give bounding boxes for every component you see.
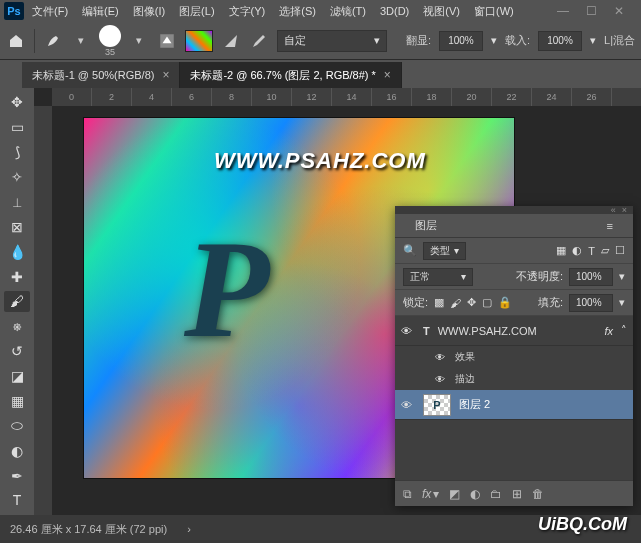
layer-item[interactable]: 👁 P 图层 2 xyxy=(395,390,633,420)
layer-item[interactable]: 👁 T WWW.PSAHZ.COM fx ˄ xyxy=(395,316,633,346)
opacity-value[interactable]: 100% xyxy=(439,31,483,51)
search-icon[interactable]: 🔍 xyxy=(403,244,417,257)
pattern-swatch[interactable] xyxy=(185,30,213,52)
dropdown-icon[interactable]: ▾ xyxy=(71,31,91,51)
filter-smart-icon[interactable]: ☐ xyxy=(615,244,625,257)
filter-shape-icon[interactable]: ▱ xyxy=(601,244,609,257)
menu-image[interactable]: 图像(I) xyxy=(127,2,171,21)
lock-artboard-icon[interactable]: ▢ xyxy=(482,296,492,309)
panel-grip[interactable]: «× xyxy=(395,206,633,214)
document-tab[interactable]: 未标题-1 @ 50%(RGB/8)× xyxy=(22,62,180,88)
credit-watermark: UiBQ.CoM xyxy=(538,514,627,535)
opacity-label: 不透明度: xyxy=(516,269,563,284)
menu-filter[interactable]: 滤镜(T) xyxy=(324,2,372,21)
smoothing-label: L|混合 xyxy=(604,33,635,48)
layer-fill-value[interactable]: 100% xyxy=(569,294,613,312)
blend-mode-select[interactable]: 正常▾ xyxy=(403,268,473,286)
new-layer-icon[interactable]: ⊞ xyxy=(512,487,522,501)
blend-row: 正常▾ 不透明度: 100% ▾ xyxy=(395,264,633,290)
lock-transparency-icon[interactable]: ▩ xyxy=(434,296,444,309)
dropdown-icon[interactable]: ▾ xyxy=(619,270,625,283)
brush-tool[interactable]: 🖌 xyxy=(4,291,30,312)
menu-type[interactable]: 文字(Y) xyxy=(223,2,272,21)
gradient-tool[interactable]: ▦ xyxy=(4,391,30,412)
menu-file[interactable]: 文件(F) xyxy=(26,2,74,21)
lock-position-icon[interactable]: ✥ xyxy=(467,296,476,309)
visibility-icon[interactable]: 👁 xyxy=(401,325,415,337)
layer-effect-stroke[interactable]: 👁描边 xyxy=(395,368,633,390)
chevron-icon[interactable]: ˄ xyxy=(621,324,627,337)
fx-badge[interactable]: fx xyxy=(604,325,613,337)
delete-icon[interactable]: 🗑 xyxy=(532,487,544,501)
fill-label: 填充: xyxy=(538,295,563,310)
eyedropper-tool[interactable]: 💧 xyxy=(4,241,30,262)
lock-label: 锁定: xyxy=(403,295,428,310)
airbrush-icon[interactable] xyxy=(249,31,269,51)
frame-tool[interactable]: ⊠ xyxy=(4,216,30,237)
menu-select[interactable]: 选择(S) xyxy=(273,2,322,21)
brush-settings-icon[interactable] xyxy=(157,31,177,51)
home-icon[interactable] xyxy=(6,31,26,51)
brush-preset-icon[interactable] xyxy=(43,31,63,51)
canvas-letter: P xyxy=(184,208,270,369)
magic-wand-tool[interactable]: ✧ xyxy=(4,167,30,188)
blur-tool[interactable]: ⬭ xyxy=(4,415,30,436)
lock-pixels-icon[interactable]: 🖌 xyxy=(450,297,461,309)
dropdown-icon[interactable]: ▾ xyxy=(129,31,149,51)
close-button[interactable]: ✕ xyxy=(609,4,629,18)
move-tool[interactable]: ✥ xyxy=(4,92,30,113)
close-icon[interactable]: × xyxy=(162,68,169,82)
panel-menu-icon[interactable]: ≡ xyxy=(597,216,623,236)
history-brush-tool[interactable]: ↺ xyxy=(4,341,30,362)
menu-window[interactable]: 窗口(W) xyxy=(468,2,520,21)
dropdown-icon[interactable]: ▾ xyxy=(619,296,625,309)
maximize-button[interactable]: ☐ xyxy=(581,4,601,18)
layer-effects-group[interactable]: 👁效果 xyxy=(395,346,633,368)
layer-name: 图层 2 xyxy=(459,397,490,412)
layer-filter-row: 🔍 类型 ▾ ▦ ◐ T ▱ ☐ xyxy=(395,238,633,264)
minimize-button[interactable]: — xyxy=(553,4,573,18)
lasso-tool[interactable]: ⟆ xyxy=(4,142,30,163)
layer-name: WWW.PSAHZ.COM xyxy=(438,325,537,337)
lock-all-icon[interactable]: 🔒 xyxy=(498,296,512,309)
pressure-opacity-icon[interactable] xyxy=(221,31,241,51)
dodge-tool[interactable]: ◐ xyxy=(4,440,30,461)
document-tab[interactable]: 未标题-2 @ 66.7% (图层 2, RGB/8#) *× xyxy=(180,62,401,88)
document-tabs: 未标题-1 @ 50%(RGB/8)× 未标题-2 @ 66.7% (图层 2,… xyxy=(0,60,641,88)
menu-3d[interactable]: 3D(D) xyxy=(374,3,415,19)
eraser-tool[interactable]: ◪ xyxy=(4,366,30,387)
filter-pixel-icon[interactable]: ▦ xyxy=(556,244,566,257)
visibility-icon[interactable]: 👁 xyxy=(401,399,415,411)
type-tool[interactable]: T xyxy=(4,490,30,511)
adjustment-icon[interactable]: ◐ xyxy=(470,487,480,501)
flow-dropdown-icon[interactable]: ▾ xyxy=(590,34,596,47)
brush-size-preview[interactable]: 35 xyxy=(99,25,121,57)
layers-tab[interactable]: 图层≡ xyxy=(395,214,633,238)
menu-view[interactable]: 视图(V) xyxy=(417,2,466,21)
opacity-dropdown-icon[interactable]: ▾ xyxy=(491,34,497,47)
status-caret-icon[interactable]: › xyxy=(187,523,191,535)
filter-type-icon[interactable]: T xyxy=(588,245,595,257)
layer-opacity-value[interactable]: 100% xyxy=(569,268,613,286)
flow-label: 载入: xyxy=(505,33,530,48)
fx-icon[interactable]: fx xyxy=(422,487,431,501)
layers-footer: ⧉ fx ▾ ◩ ◐ 🗀 ⊞ 🗑 xyxy=(395,480,633,506)
layers-panel: «× 图层≡ 🔍 类型 ▾ ▦ ◐ T ▱ ☐ 正常▾ 不透明度: 100% ▾… xyxy=(395,206,633,506)
filter-adjust-icon[interactable]: ◐ xyxy=(572,244,582,257)
group-icon[interactable]: 🗀 xyxy=(490,487,502,501)
visibility-icon[interactable]: 👁 xyxy=(435,352,449,363)
healing-brush-tool[interactable]: ✚ xyxy=(4,266,30,287)
marquee-tool[interactable]: ▭ xyxy=(4,117,30,138)
blend-mode-select[interactable]: 自定▾ xyxy=(277,30,387,52)
menu-layer[interactable]: 图层(L) xyxy=(173,2,220,21)
mask-icon[interactable]: ◩ xyxy=(449,487,460,501)
link-layers-icon[interactable]: ⧉ xyxy=(403,487,412,501)
flow-value[interactable]: 100% xyxy=(538,31,582,51)
clone-stamp-tool[interactable]: ⎈ xyxy=(4,316,30,337)
menu-edit[interactable]: 编辑(E) xyxy=(76,2,125,21)
crop-tool[interactable]: ⟂ xyxy=(4,192,30,213)
close-icon[interactable]: × xyxy=(384,68,391,82)
pen-tool[interactable]: ✒ xyxy=(4,465,30,486)
filter-type-select[interactable]: 类型 ▾ xyxy=(423,242,466,260)
visibility-icon[interactable]: 👁 xyxy=(435,374,449,385)
